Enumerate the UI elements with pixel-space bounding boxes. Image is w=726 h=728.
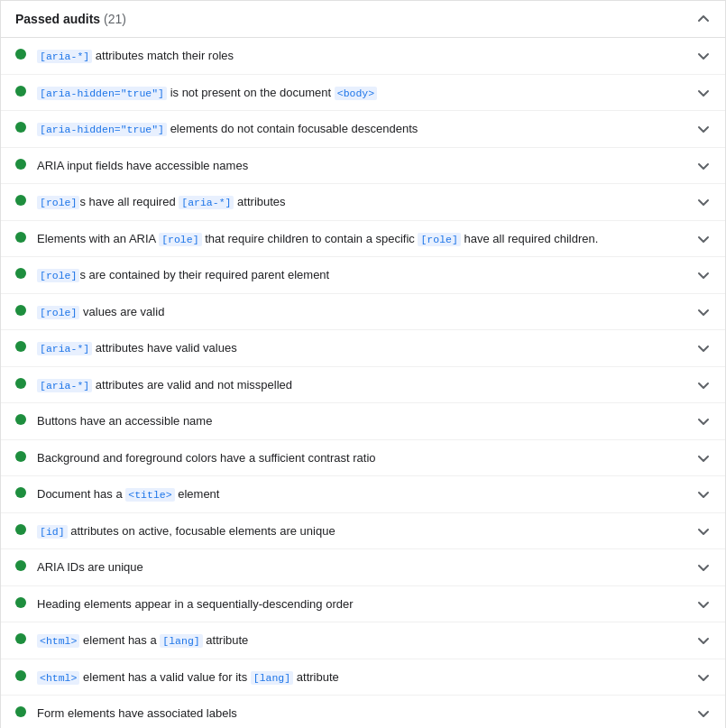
pass-indicator	[15, 706, 26, 717]
expand-icon	[696, 706, 711, 721]
section-header[interactable]: Passed audits (21)	[1, 1, 725, 38]
expand-icon	[696, 524, 711, 539]
audit-item[interactable]: Background and foreground colors have a …	[1, 440, 725, 477]
expand-icon	[696, 341, 711, 355]
pass-indicator	[15, 341, 26, 352]
pass-indicator	[15, 560, 26, 571]
pass-indicator	[15, 232, 26, 243]
audit-description: Heading elements appear in a sequentiall…	[37, 595, 689, 613]
audit-item[interactable]: Document has a <title> element	[1, 476, 725, 513]
expand-icon	[696, 487, 711, 502]
audit-description: <html> element has a valid value for its…	[37, 668, 689, 687]
pass-indicator	[15, 86, 26, 97]
audit-item[interactable]: [aria-*] attributes match their roles	[1, 38, 725, 75]
expand-icon	[696, 451, 711, 465]
audit-description: [aria-hidden="true"] elements do not con…	[37, 120, 689, 138]
audit-list: [aria-*] attributes match their roles[ar…	[1, 38, 725, 728]
audit-description: ARIA IDs are unique	[37, 558, 689, 576]
pass-indicator	[15, 487, 26, 498]
audit-description: Elements with an ARIA [role] that requir…	[37, 230, 689, 248]
expand-icon	[696, 633, 711, 648]
expand-icon	[696, 49, 711, 63]
audit-item[interactable]: ARIA IDs are unique	[1, 549, 725, 586]
expand-icon	[696, 597, 711, 612]
audit-description: [role]s are contained by their required …	[37, 266, 689, 284]
audit-item[interactable]: [id] attributes on active, focusable ele…	[1, 513, 725, 550]
expand-icon	[696, 268, 711, 282]
pass-indicator	[15, 268, 26, 279]
pass-indicator	[15, 305, 26, 316]
audit-description: [aria-*] attributes are valid and not mi…	[37, 376, 689, 394]
pass-indicator	[15, 670, 26, 681]
audit-item[interactable]: [aria-*] attributes have valid values	[1, 330, 725, 367]
audit-description: <html> element has a [lang] attribute	[37, 631, 689, 650]
expand-icon	[696, 122, 711, 136]
audit-item[interactable]: [role] values are valid	[1, 294, 725, 331]
pass-indicator	[15, 378, 26, 389]
pass-indicator	[15, 524, 26, 535]
pass-indicator	[15, 122, 26, 133]
expand-icon	[696, 195, 711, 209]
passed-audits-section: Passed audits (21) [aria-*] attributes m…	[0, 0, 726, 728]
audit-description: Buttons have an accessible name	[37, 412, 689, 430]
expand-icon	[696, 86, 711, 100]
audit-description: [id] attributes on active, focusable ele…	[37, 522, 689, 540]
audit-description: [aria-*] attributes have valid values	[37, 339, 689, 357]
audit-item[interactable]: <html> element has a valid value for its…	[1, 659, 725, 696]
audit-description: Form elements have associated labels	[37, 705, 689, 723]
expand-icon	[696, 414, 711, 429]
audit-item[interactable]: Form elements have associated labels	[1, 696, 725, 728]
audit-item[interactable]: Elements with an ARIA [role] that requir…	[1, 221, 725, 258]
audit-description: Document has a <title> element	[37, 485, 689, 503]
audit-item[interactable]: ARIA input fields have accessible names	[1, 148, 725, 185]
audit-count: (21)	[104, 12, 126, 26]
expand-icon	[696, 232, 711, 246]
expand-icon	[696, 670, 711, 685]
pass-indicator	[15, 597, 26, 608]
audit-item[interactable]: [aria-hidden="true"] elements do not con…	[1, 111, 725, 148]
expand-icon	[696, 560, 711, 575]
section-title: Passed audits (21)	[15, 12, 126, 26]
audit-description: [role] values are valid	[37, 303, 689, 321]
expand-icon	[696, 305, 711, 319]
expand-icon	[696, 159, 711, 173]
expand-icon	[696, 378, 711, 392]
audit-description: [aria-*] attributes match their roles	[37, 47, 689, 65]
audit-description: [role]s have all required [aria-*] attri…	[37, 193, 689, 211]
pass-indicator	[15, 49, 26, 60]
pass-indicator	[15, 633, 26, 644]
audit-item[interactable]: [aria-hidden="true"] is not present on t…	[1, 75, 725, 112]
audit-description: [aria-hidden="true"] is not present on t…	[37, 84, 689, 102]
audit-item[interactable]: [role]s have all required [aria-*] attri…	[1, 184, 725, 221]
audit-item[interactable]: <html> element has a [lang] attribute	[1, 622, 725, 659]
audit-description: Background and foreground colors have a …	[37, 449, 689, 467]
collapse-icon	[696, 12, 711, 26]
pass-indicator	[15, 451, 26, 462]
audit-item[interactable]: [role]s are contained by their required …	[1, 257, 725, 294]
audit-item[interactable]: Heading elements appear in a sequentiall…	[1, 586, 725, 623]
pass-indicator	[15, 414, 26, 425]
pass-indicator	[15, 195, 26, 206]
pass-indicator	[15, 159, 26, 170]
audit-description: ARIA input fields have accessible names	[37, 157, 689, 175]
audit-item[interactable]: Buttons have an accessible name	[1, 403, 725, 440]
audit-item[interactable]: [aria-*] attributes are valid and not mi…	[1, 367, 725, 404]
